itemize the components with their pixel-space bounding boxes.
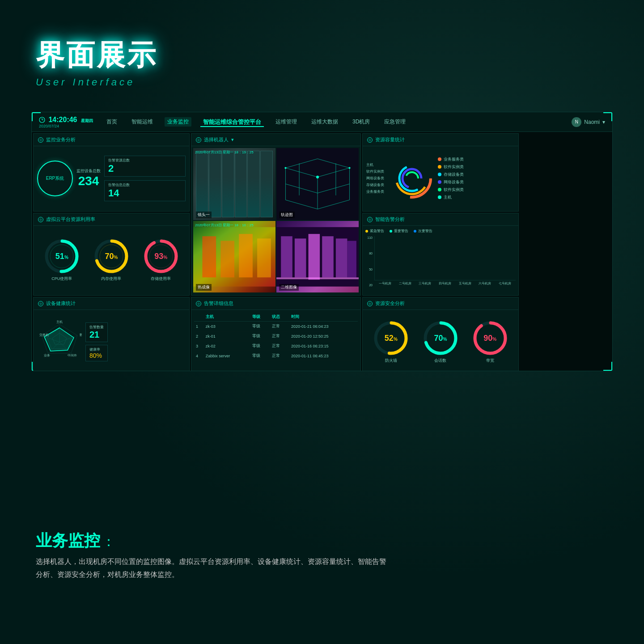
- panel-cloud-body: 51% CPU使用率 70%: [34, 226, 189, 294]
- gauge-storage: 93% 存储使用率: [143, 238, 179, 282]
- dashboard: 14:20:46 星期四 2020/07/24 首页 智能运维 业务监控 智能运…: [31, 112, 613, 371]
- alert-total-value: 2: [108, 163, 182, 174]
- nav-time-main: 14:20:46 星期四: [39, 116, 93, 124]
- health-pct-box: 健康率 80%: [85, 345, 108, 361]
- legend-urgent: 紧急警告: [365, 229, 384, 233]
- panel-security-title: 资源安全分析: [375, 300, 405, 307]
- health-count-value: 21: [89, 330, 104, 340]
- panel-resources-icon: ◎: [367, 137, 373, 143]
- panel-monitoring-header: ◎ 监控业务分析: [34, 134, 189, 146]
- title-area: 界面展示 User Interface: [36, 36, 157, 88]
- x-label-4: 四号机房: [436, 281, 454, 286]
- panel-resources: ◎ 资源容量统计 主机 软件实例类 网络设备类 存储设备类 业务服务类: [362, 133, 519, 212]
- gauge-bandwidth-wrapper: 90%: [472, 320, 508, 356]
- panel-health-title: 设备健康统计: [46, 300, 76, 307]
- rack-col-6: [260, 151, 273, 217]
- panel-health-header: ◎ 设备健康统计: [34, 297, 189, 310]
- nav-3d-room[interactable]: 3D机房: [350, 117, 373, 127]
- panel-alert-detail: ◎ 告警详细信息 主机 等级 状态 时间: [191, 297, 361, 371]
- legend-dot-3: [438, 173, 441, 176]
- alert-row-3: 3 zk-02 零级 正常 2020-01-16 06:23:15: [194, 341, 358, 351]
- svg-point-16: [316, 176, 319, 178]
- nav-emergency[interactable]: 应急管理: [381, 117, 408, 127]
- legend-dot-4: [438, 180, 441, 184]
- nav-ops-mgmt[interactable]: 运维管理: [273, 117, 300, 127]
- svg-line-10: [318, 200, 350, 209]
- panel-camera-body: 2020年07月13日 星期一 18：19：25 镜头一: [191, 146, 360, 294]
- gauge-firewall: 52% 防火墙: [373, 320, 409, 364]
- x-label-3: 三号机房: [416, 281, 434, 286]
- camera-feed-4: 二维图像: [276, 221, 359, 293]
- row-2-num: 2: [194, 331, 204, 341]
- row-1-host: zk-03: [204, 322, 250, 331]
- legend-item-2: 软件实例类: [438, 164, 515, 170]
- row-2-host: zk-01: [204, 331, 250, 341]
- camera-label-4: 二维图像: [279, 284, 299, 291]
- nav-bigdata[interactable]: 运维大数据: [309, 117, 341, 127]
- nav-home[interactable]: 首页: [104, 117, 120, 127]
- camera-label-3: 热成像: [196, 284, 212, 291]
- th-time: 时间: [289, 313, 358, 322]
- alert-info-label: 告警信息总数: [108, 182, 182, 187]
- legend-urgent-label: 紧急警告: [370, 229, 384, 233]
- gauge-bandwidth-value: 90%: [483, 334, 496, 343]
- alert-table-body: 1 zk-03 零级 正常 2020-01-21 06:04:23 2 zk-0…: [194, 322, 358, 361]
- svg-text:中间件: 中间件: [68, 354, 77, 357]
- alert-table-header-row: 主机 等级 状态 时间: [194, 313, 358, 322]
- svg-line-9: [285, 200, 318, 209]
- panel-monitoring: ◎ 监控业务分析 ERP系统 监控设备总数 234 告警资源总数 2: [33, 133, 190, 212]
- alert-chart-legend: 紧急警告 重要警告 次要警告: [365, 229, 516, 233]
- row-2-status: 正常: [270, 331, 289, 341]
- panel-security-body: 52% 防火墙 70% 会话数: [363, 310, 518, 371]
- thermal-svg: [193, 221, 275, 293]
- date-sub: 2020/07/24: [39, 124, 93, 128]
- legend-label-4: 网络设备类: [444, 179, 464, 185]
- svg-rect-26: [295, 238, 306, 277]
- legend-minor-label: 次要警告: [418, 229, 432, 233]
- alert-table: 主机 等级 状态 时间 1 zk-03 零级 正常 2020-01-21 06:: [194, 313, 358, 361]
- nav-business-monitor[interactable]: 业务监控: [165, 117, 191, 127]
- panel-cloud-icon: ◎: [38, 217, 43, 222]
- legend-dot-2: [438, 165, 441, 169]
- svg-line-4: [318, 159, 350, 168]
- th-host: 主机: [204, 313, 250, 322]
- corner-tr: [603, 112, 612, 121]
- legend-important-label: 重要警告: [394, 229, 408, 233]
- camera-label-1: 镜头一: [196, 212, 212, 218]
- x-label-7: 七号机房: [496, 281, 514, 286]
- row-4-num: 4: [194, 351, 204, 361]
- health-count-label: 告警数量: [89, 325, 104, 330]
- svg-rect-30: [347, 241, 356, 277]
- gauge-storage-label: 存储使用率: [151, 276, 171, 282]
- corner-br: [603, 362, 612, 371]
- y-label-80: 80: [365, 252, 373, 255]
- row-4-level: 零级: [250, 351, 270, 361]
- res-label-1: 主机: [366, 162, 384, 167]
- nav-user[interactable]: N Naomi ▾: [572, 117, 605, 127]
- camera-dropdown[interactable]: ▾: [231, 137, 234, 143]
- gauge-memory-wrapper: 70%: [93, 238, 129, 274]
- nav-platform[interactable]: 智能运维综合管控平台: [200, 117, 264, 127]
- device-count: 234: [78, 174, 99, 188]
- health-count-box: 告警数量 21: [85, 322, 108, 342]
- svg-line-13: [318, 184, 350, 193]
- nav-smart-ops[interactable]: 智能运维: [129, 117, 156, 127]
- legend-dot-1: [438, 157, 441, 161]
- y-label-20: 20: [365, 284, 373, 287]
- legend-dot-important: [390, 230, 392, 233]
- panel-alerts-title: 智能告警分析: [375, 216, 405, 223]
- legend-important: 重要警告: [390, 229, 408, 233]
- legend-dot-5: [438, 188, 441, 191]
- svg-text:数据库: 数据库: [80, 333, 82, 336]
- res-label-5: 业务服务类: [366, 189, 384, 194]
- panel-monitoring-title: 监控业务分析: [46, 136, 76, 143]
- panel-health: ◎ 设备健康统计: [33, 297, 190, 371]
- gauge-storage-value: 93%: [154, 252, 167, 261]
- th-status: 状态: [270, 313, 289, 322]
- legend-item-1: 业务服务类: [438, 157, 515, 162]
- svg-point-36: [406, 172, 418, 185]
- gauge-firewall-value: 52%: [385, 334, 398, 343]
- alert-total-label: 告警资源总数: [108, 158, 182, 163]
- panel-camera-icon: ◎: [196, 137, 201, 143]
- legend-label-1: 业务服务类: [444, 157, 464, 162]
